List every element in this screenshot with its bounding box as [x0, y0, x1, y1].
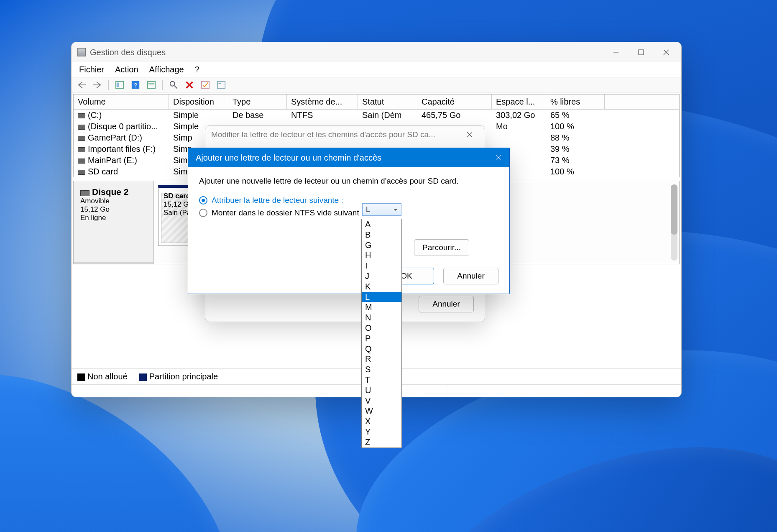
table-cell: De base	[228, 110, 287, 121]
dialog2-cancel-button[interactable]: Annuler	[419, 296, 474, 312]
menu-action[interactable]: Action	[115, 65, 138, 74]
scrollbar[interactable]	[671, 184, 677, 261]
back-button[interactable]	[76, 80, 87, 90]
browse-button[interactable]: Parcourir...	[414, 239, 469, 256]
dropdown-option[interactable]: A	[362, 219, 401, 230]
dropdown-option[interactable]: V	[362, 396, 401, 406]
window-title: Gestion des disques	[90, 48, 603, 57]
volume-icon	[78, 147, 85, 152]
menu-view[interactable]: Affichage	[149, 65, 184, 74]
table-cell: 100 %	[546, 166, 605, 177]
toolbar-list-icon[interactable]	[146, 80, 157, 90]
legend-primary: Partition principale	[149, 372, 218, 381]
delete-icon[interactable]	[184, 80, 195, 90]
dropdown-option[interactable]: O	[362, 323, 401, 333]
table-cell: Important files (F:)	[74, 143, 169, 155]
volume-icon	[78, 113, 85, 118]
col-free[interactable]: Espace l...	[492, 95, 546, 110]
table-cell: Sain (Dém	[358, 110, 417, 121]
legend-unallocated: Non alloué	[87, 372, 128, 381]
radio-assign-letter-button[interactable]	[199, 196, 207, 205]
table-cell: GamePart (D:)	[74, 132, 169, 143]
dropdown-option[interactable]: P	[362, 333, 401, 344]
table-cell: (Disque 0 partitio...	[74, 121, 169, 132]
volume-icon	[78, 125, 85, 130]
toolbar-check-icon[interactable]	[199, 80, 211, 90]
col-type[interactable]: Type	[228, 95, 287, 110]
dropdown-option[interactable]: W	[362, 406, 401, 416]
col-volume[interactable]: Volume	[74, 95, 169, 110]
dropdown-option[interactable]: M	[362, 302, 401, 312]
disk-removable: Amovible	[80, 197, 147, 205]
dialog-title: Ajouter une lettre de lecteur ou un chem…	[196, 153, 381, 163]
drive-letter-dropdown[interactable]: ABGHIJKLMNOPQRSTUVWXYZ	[361, 219, 402, 448]
minimize-button[interactable]	[603, 44, 629, 61]
dropdown-option[interactable]: Z	[362, 437, 401, 448]
dialog2-title: Modifier la lettre de lecteur et les che…	[211, 130, 457, 139]
svg-rect-16	[217, 81, 225, 88]
table-cell: Mo	[492, 121, 546, 132]
table-header-row: Volume Disposition Type Système de... St…	[74, 95, 679, 110]
col-status[interactable]: Statut	[358, 95, 417, 110]
legend-swatch-unallocated	[77, 373, 85, 381]
close-button[interactable]	[654, 44, 679, 61]
col-filesystem[interactable]: Système de...	[287, 95, 358, 110]
disk-icon	[80, 190, 89, 196]
menu-help[interactable]: ?	[195, 65, 199, 74]
dropdown-option[interactable]: S	[362, 364, 401, 375]
table-cell: 465,75 Go	[417, 110, 492, 121]
cancel-button[interactable]: Annuler	[443, 268, 498, 284]
toolbar-panel-icon[interactable]	[114, 80, 125, 90]
radio-assign-letter[interactable]: Attribuer la lettre de lecteur suivante …	[199, 196, 498, 205]
maximize-button[interactable]	[629, 44, 654, 61]
dropdown-option[interactable]: X	[362, 416, 401, 427]
table-cell	[492, 132, 546, 143]
dropdown-option[interactable]: I	[362, 261, 401, 271]
legend-swatch-primary	[139, 373, 147, 381]
dropdown-option[interactable]: G	[362, 240, 401, 251]
dropdown-option[interactable]: R	[362, 354, 401, 364]
col-disposition[interactable]: Disposition	[169, 95, 228, 110]
table-row[interactable]: (C:)SimpleDe baseNTFSSain (Dém465,75 Go3…	[74, 110, 679, 121]
dropdown-option[interactable]: K	[362, 281, 401, 292]
svg-line-12	[174, 85, 177, 88]
dialog2-close-button[interactable]	[457, 126, 482, 143]
radio-mount-folder-button[interactable]	[199, 209, 207, 217]
dropdown-option[interactable]: B	[362, 230, 401, 240]
table-cell: 39 %	[546, 143, 605, 155]
dropdown-option[interactable]: Q	[362, 344, 401, 354]
dropdown-option[interactable]: J	[362, 271, 401, 281]
help-icon[interactable]: ?	[130, 80, 141, 90]
dropdown-option[interactable]: U	[362, 385, 401, 396]
dialog-message: Ajouter une nouvelle lettre de lecteur o…	[199, 176, 498, 186]
toolbar-props-icon[interactable]	[215, 80, 227, 90]
menubar: Fichier Action Affichage ?	[72, 62, 681, 77]
dropdown-option[interactable]: N	[362, 312, 401, 323]
dropdown-option[interactable]: L	[362, 292, 401, 302]
col-capacity[interactable]: Capacité	[417, 95, 492, 110]
table-cell: 100 %	[546, 121, 605, 132]
col-blank	[605, 95, 679, 110]
scrollbar-thumb[interactable]	[671, 184, 677, 235]
forward-button[interactable]	[92, 80, 103, 90]
titlebar[interactable]: Gestion des disques	[72, 42, 681, 62]
refresh-icon[interactable]	[168, 80, 179, 90]
dropdown-option[interactable]: H	[362, 250, 401, 261]
radio-mount-folder[interactable]: Monter dans le dossier NTFS vide suivant…	[199, 208, 498, 217]
dialog-close-button[interactable]	[495, 153, 502, 163]
radio-assign-letter-label: Attribuer la lettre de lecteur suivante …	[212, 196, 343, 205]
drive-letter-select[interactable]: L	[362, 203, 401, 216]
toolbar: ?	[72, 77, 681, 92]
menu-file[interactable]: Fichier	[79, 65, 104, 74]
dropdown-option[interactable]: T	[362, 375, 401, 385]
col-pct[interactable]: % libres	[546, 95, 605, 110]
disk-label: Disque 2	[92, 187, 129, 197]
svg-point-11	[170, 81, 175, 86]
svg-text:?: ?	[134, 82, 137, 88]
add-drive-letter-dialog: Ajouter une lettre de lecteur ou un chem…	[188, 148, 510, 294]
table-cell: NTFS	[287, 110, 358, 121]
table-cell: 73 %	[546, 155, 605, 166]
dropdown-option[interactable]: Y	[362, 427, 401, 437]
disk-summary[interactable]: Disque 2 Amovible 15,12 Go En ligne	[74, 181, 154, 264]
drive-letter-value: L	[366, 205, 370, 214]
